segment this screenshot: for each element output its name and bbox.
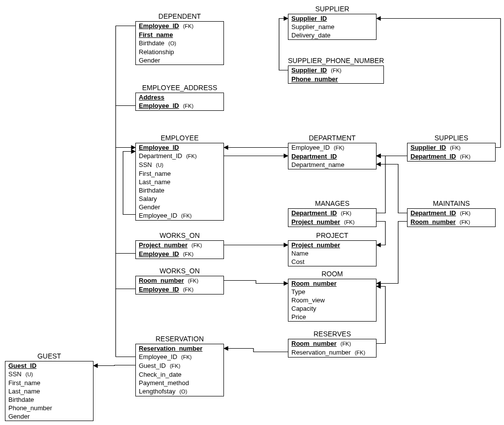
attr-row: SSN(U) — [5, 370, 93, 379]
attr-row: Reservation_number(FK) — [288, 348, 376, 357]
attr-name: Guest_ID — [8, 362, 36, 369]
attr-row: Check_in_date — [136, 370, 223, 379]
attr-tag: (FK) — [331, 67, 341, 73]
attr-row: First_name — [136, 169, 223, 178]
attr-name: Cost — [291, 258, 305, 265]
attr-row: Cost — [288, 258, 376, 266]
entity-box: Employee_IDDepartment_ID(FK)SSN(U)First_… — [135, 143, 224, 221]
entity-title: EMPLOYEE — [135, 134, 224, 142]
attr-name: Supplier_ID — [291, 66, 327, 74]
entity-guest: GUESTGuest_IDSSN(U)First_nameLast_nameBi… — [5, 352, 94, 421]
attr-row: Project_number(FK) — [288, 218, 376, 227]
attr-tag: (FK) — [460, 154, 470, 160]
attr-tag: (FK) — [355, 350, 365, 356]
attr-row: Department_ID(FK) — [288, 209, 376, 218]
attr-name: Employee_ID — [139, 22, 179, 30]
attr-name: Check_in_date — [139, 371, 182, 378]
entity-title: SUPPLIER_PHONE_NUMBER — [288, 57, 384, 65]
attr-row: Type — [288, 288, 376, 296]
attr-name: Room_number — [139, 277, 184, 284]
entity-title: RESERVATION — [135, 335, 224, 343]
attr-row: Employee_ID(FK) — [136, 250, 223, 259]
attr-name: Lengthofstay — [139, 388, 175, 395]
entity-box: Employee_ID(FK)First_nameBirthdate(O)Rel… — [135, 21, 224, 65]
attr-tag: (FK) — [183, 23, 193, 29]
attr-row: Supplier_name — [288, 23, 376, 31]
attr-row: Guest_ID(FK) — [136, 361, 223, 370]
attr-name: First_name — [139, 31, 173, 38]
attr-name: Gender — [139, 57, 160, 64]
attr-name: Project_number — [291, 241, 340, 249]
entity-supplier: SUPPLIERSupplier_IDSupplier_nameDelivery… — [288, 5, 377, 40]
attr-row: Capacity — [288, 304, 376, 313]
entity-box: Supplier_ID(FK)Department_ID(FK) — [407, 143, 496, 162]
attr-name: Employee_ID — [139, 102, 179, 109]
attr-name: Payment_method — [139, 379, 189, 387]
attr-row: Department_ID(FK) — [408, 209, 495, 218]
attr-name: Room_number — [410, 218, 456, 226]
attr-name: Employee_ID — [291, 144, 330, 151]
attr-row: Reservation_number — [136, 344, 223, 353]
attr-row: Birthdate(O) — [136, 39, 223, 48]
attr-row: Room_view — [288, 296, 376, 304]
attr-name: Gender — [8, 413, 30, 420]
attr-tag: (FK) — [181, 213, 191, 219]
attr-name: Last_name — [139, 178, 170, 186]
attr-name: First_name — [8, 379, 40, 387]
attr-row: Lengthofstay(O) — [136, 387, 223, 396]
entity-box: Employee_ID(FK)Department_IDDepartment_n… — [288, 143, 377, 169]
attr-name: Department_ID — [410, 153, 456, 160]
attr-row: Department_name — [288, 161, 376, 169]
attr-row: First_name — [5, 379, 93, 387]
attr-row: Room_number(FK) — [288, 339, 376, 348]
attr-name: Salary — [139, 195, 157, 202]
entity-title: SUPPLIES — [407, 134, 496, 142]
attr-row: Employee_ID(FK) — [136, 211, 223, 220]
attr-row: Employee_ID(FK) — [136, 353, 223, 361]
entity-box: Room_number(FK)Employee_ID(FK) — [135, 276, 224, 294]
entity-supplier_phone: SUPPLIER_PHONE_NUMBERSupplier_ID(FK)Phon… — [288, 57, 384, 84]
attr-tag: (O) — [179, 389, 187, 394]
attr-row: Supplier_ID(FK) — [288, 66, 383, 75]
attr-name: First_name — [139, 170, 171, 177]
attr-row: Project_number — [288, 241, 376, 249]
attr-row: Last_name — [5, 387, 93, 395]
entity-title: WORKS_ON — [135, 267, 224, 275]
entity-box: Reservation_numberEmployee_ID(FK)Guest_I… — [135, 344, 224, 396]
attr-row: Address — [136, 93, 223, 101]
attr-name: Project_number — [139, 241, 188, 249]
entity-box: Room_numberTypeRoom_viewCapacityPrice — [288, 279, 377, 322]
attr-row: Last_name — [136, 178, 223, 186]
attr-tag: (FK) — [450, 145, 460, 151]
attr-row: Gender — [136, 203, 223, 211]
attr-row: Project_number(FK) — [136, 241, 223, 250]
attr-row: Salary — [136, 195, 223, 203]
attr-tag: (FK) — [183, 251, 193, 257]
attr-row: First_name — [136, 31, 223, 39]
attr-name: Supplier_ID — [291, 15, 327, 22]
entity-works_on_2: WORKS_ONRoom_number(FK)Employee_ID(FK) — [135, 267, 224, 294]
attr-tag: (O) — [168, 40, 176, 46]
entity-title: MANAGES — [288, 199, 377, 207]
attr-name: Address — [139, 94, 164, 101]
entity-maintains: MAINTAINSDepartment_ID(FK)Room_number(FK… — [407, 199, 496, 227]
attr-name: Price — [291, 313, 306, 321]
entity-project: PROJECTProject_numberNameCost — [288, 231, 377, 266]
entity-title: RESERVES — [288, 330, 377, 338]
attr-name: Employee_ID — [139, 144, 179, 151]
attr-name: Employee_ID — [139, 212, 177, 219]
entity-box: Supplier_IDSupplier_nameDelivery_date — [288, 14, 377, 40]
attr-row: Room_number — [288, 279, 376, 288]
attr-name: Supplier_ID — [410, 144, 446, 151]
attr-row: Relationship — [136, 48, 223, 56]
attr-row: Employee_ID — [136, 143, 223, 152]
attr-tag: (U) — [156, 162, 163, 168]
entity-box: Department_ID(FK)Room_number(FK) — [407, 208, 496, 227]
entity-employee: EMPLOYEEEmployee_IDDepartment_ID(FK)SSN(… — [135, 134, 224, 221]
attr-row: Price — [288, 313, 376, 321]
entity-title: ROOM — [288, 270, 377, 278]
entity-box: Guest_IDSSN(U)First_nameLast_nameBirthda… — [5, 361, 94, 421]
entity-title: PROJECT — [288, 231, 377, 239]
attr-tag: (FK) — [170, 363, 180, 369]
attr-name: Department_name — [291, 161, 345, 168]
